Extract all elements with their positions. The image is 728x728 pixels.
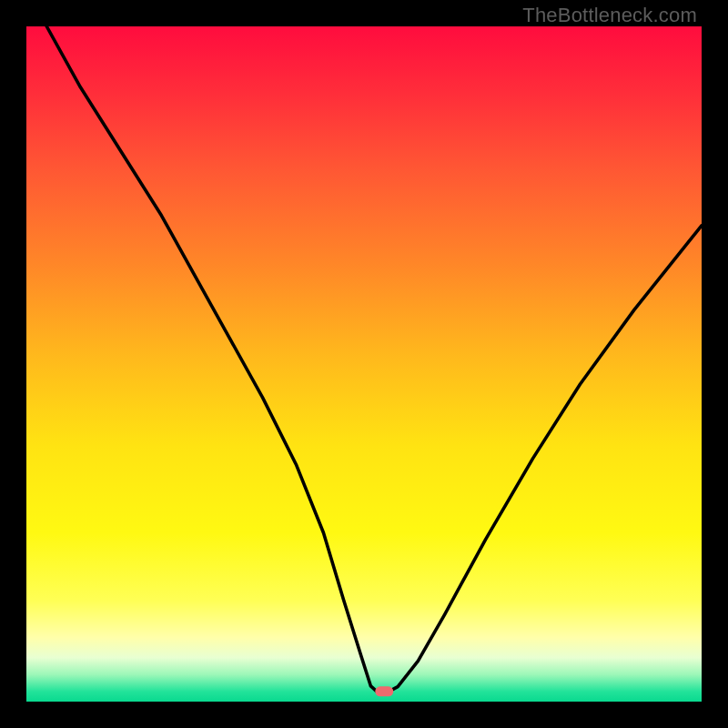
bottleneck-marker xyxy=(375,686,393,696)
bottleneck-curve xyxy=(26,26,702,702)
chart-frame xyxy=(26,26,702,702)
plot-area xyxy=(26,26,702,702)
watermark-text: TheBottleneck.com xyxy=(522,4,697,27)
